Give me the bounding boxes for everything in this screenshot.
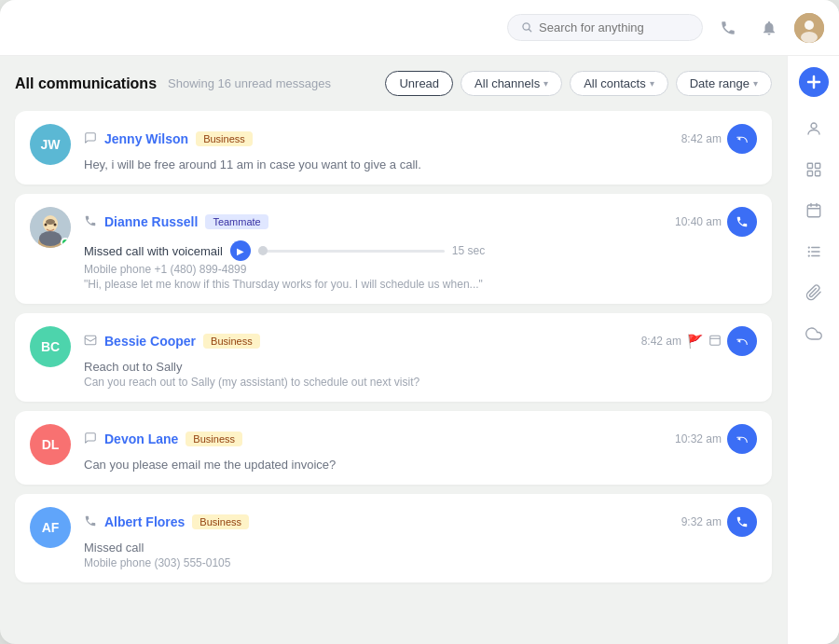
list-icon-btn[interactable] — [797, 235, 831, 268]
voicemail-label: Missed call with voicemail — [84, 244, 223, 258]
conversation-card[interactable]: BC Bessie Cooper Business 8:42 am 🚩 — [15, 313, 772, 402]
card-actions-right: 8:42 am 🚩 — [641, 326, 757, 356]
contact-name[interactable]: Bessie Cooper — [104, 334, 196, 349]
svg-point-9 — [45, 224, 48, 226]
card-name-row: Albert Flores Business — [84, 514, 249, 530]
card-top: Albert Flores Business 9:32 am — [84, 507, 757, 537]
user-avatar[interactable] — [794, 13, 824, 43]
reply-button[interactable] — [727, 424, 757, 454]
notification-icon-btn[interactable] — [753, 12, 785, 44]
card-message: Hey, i will be free around 11 am in case… — [84, 158, 757, 171]
conversation-card[interactable]: Dianne Russell Teammate 10:40 am Missed … — [15, 194, 772, 304]
top-bar — [0, 0, 839, 56]
call-button[interactable] — [727, 507, 757, 537]
unread-filter[interactable]: Unread — [385, 71, 453, 96]
card-top: Bessie Cooper Business 8:42 am 🚩 — [84, 326, 757, 356]
person-icon-btn[interactable] — [797, 112, 831, 145]
contact-name[interactable]: Albert Flores — [104, 514, 185, 529]
contact-badge: Business — [203, 334, 260, 349]
main-area: All communications Showing 16 unread mes… — [0, 56, 839, 644]
reply-button[interactable] — [727, 124, 757, 154]
phone-icon — [720, 20, 736, 36]
play-button[interactable]: ▶ — [230, 240, 251, 261]
svg-rect-19 — [815, 163, 819, 168]
card-actions-right: 8:42 am — [681, 124, 757, 154]
card-top: Devon Lane Business 10:32 am — [84, 424, 757, 454]
reply-button[interactable] — [727, 326, 757, 356]
call-button[interactable] — [727, 207, 757, 237]
grid-icon — [805, 161, 822, 178]
svg-rect-18 — [807, 163, 812, 168]
add-button[interactable] — [799, 67, 829, 97]
svg-point-30 — [807, 251, 809, 253]
contact-badge: Business — [196, 131, 253, 146]
voicemail-preview: "Hi, please let me know if this Thursday… — [84, 278, 757, 291]
avatar: JW — [30, 124, 71, 165]
card-body: Devon Lane Business 10:32 am Can you ple… — [84, 424, 757, 472]
chevron-down-icon: ▾ — [753, 78, 758, 89]
content-area: All communications Showing 16 unread mes… — [0, 56, 787, 644]
svg-point-31 — [807, 254, 809, 256]
svg-rect-13 — [710, 336, 721, 345]
svg-point-8 — [46, 219, 55, 225]
contact-badge: Teammate — [205, 214, 268, 229]
cloud-icon-btn[interactable] — [797, 317, 831, 350]
phone-icon-btn[interactable] — [712, 12, 744, 44]
conversation-card[interactable]: AF Albert Flores Business 9:32 am — [15, 494, 772, 582]
search-box[interactable] — [507, 14, 703, 41]
audio-progress — [258, 246, 268, 255]
card-actions-right: 10:40 am — [675, 207, 757, 237]
chevron-down-icon: ▾ — [650, 78, 654, 89]
card-top: Dianne Russell Teammate 10:40 am — [84, 207, 757, 237]
svg-point-2 — [805, 21, 814, 30]
contact-name[interactable]: Devon Lane — [104, 432, 178, 446]
calendar-icon — [805, 202, 822, 219]
card-name-row: Devon Lane Business — [84, 432, 242, 447]
conversation-card[interactable]: DL Devon Lane Business 10:32 am — [15, 411, 772, 485]
svg-rect-12 — [85, 336, 96, 344]
person-icon — [805, 120, 822, 137]
calendar-small-icon — [708, 334, 722, 349]
svg-point-11 — [39, 231, 62, 246]
message-time: 10:32 am — [675, 432, 722, 445]
page-title: All communications — [15, 75, 157, 92]
date-range-filter[interactable]: Date range ▾ — [676, 71, 772, 96]
channel-icon — [84, 514, 97, 530]
channel-icon — [84, 131, 97, 147]
card-message: Can you please email me the updated invo… — [84, 458, 757, 472]
grid-icon-btn[interactable] — [797, 153, 831, 186]
all-contacts-filter[interactable]: All contacts ▾ — [570, 71, 667, 96]
contact-name[interactable]: Dianne Russell — [104, 214, 198, 229]
card-message: Missed call — [84, 541, 757, 555]
showing-text: Showing 16 unread messages — [168, 76, 331, 90]
svg-point-3 — [801, 32, 818, 43]
search-input[interactable] — [539, 21, 679, 34]
avatar: DL — [30, 424, 71, 465]
message-time: 10:40 am — [675, 215, 722, 228]
svg-rect-20 — [807, 171, 812, 176]
card-body: Dianne Russell Teammate 10:40 am Missed … — [84, 207, 757, 291]
svg-point-29 — [807, 246, 809, 248]
avatar — [30, 207, 71, 248]
contact-badge: Business — [186, 432, 242, 446]
all-channels-filter[interactable]: All channels ▾ — [461, 71, 562, 96]
voicemail-row: Missed call with voicemail ▶ 15 sec — [84, 240, 757, 261]
contact-name[interactable]: Jenny Wilson — [104, 131, 188, 146]
paperclip-icon-btn[interactable] — [797, 276, 831, 309]
card-name-row: Bessie Cooper Business — [84, 334, 260, 349]
online-indicator — [61, 238, 70, 247]
paperclip-icon — [805, 284, 822, 301]
search-icon — [521, 21, 533, 34]
svg-point-17 — [811, 123, 817, 129]
svg-point-10 — [54, 224, 57, 226]
avatar-image — [794, 13, 824, 43]
avatar: AF — [30, 507, 71, 548]
conversations-list: JW Jenny Wilson Business 8:42 am — [15, 111, 772, 582]
conversation-card[interactable]: JW Jenny Wilson Business 8:42 am — [15, 111, 772, 185]
audio-bar[interactable] — [258, 250, 445, 253]
message-time: 8:42 am — [681, 132, 722, 145]
right-sidebar — [787, 56, 839, 644]
calendar-icon-btn[interactable] — [797, 194, 831, 227]
chevron-down-icon: ▾ — [543, 78, 548, 89]
content-header: All communications Showing 16 unread mes… — [15, 71, 772, 96]
